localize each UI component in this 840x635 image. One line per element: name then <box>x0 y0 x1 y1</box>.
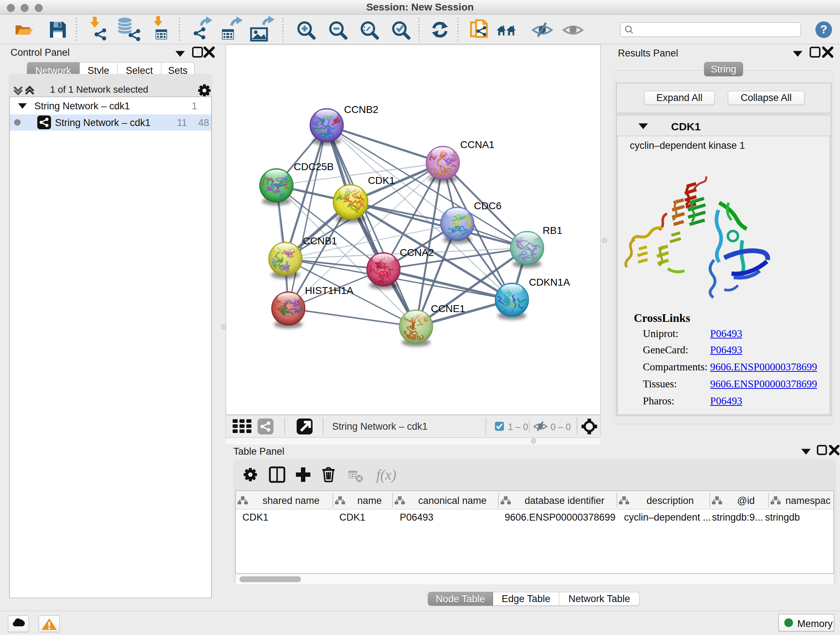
svg-text:?: ? <box>820 23 827 36</box>
svg-text:RB1: RB1 <box>543 225 562 236</box>
svg-text:CDK1: CDK1 <box>368 175 395 186</box>
svg-text:CCNE1: CCNE1 <box>431 303 465 314</box>
svg-text:CCNB1: CCNB1 <box>303 235 337 247</box>
svg-text:CDC6: CDC6 <box>474 200 501 211</box>
svg-text:HIST1H1A: HIST1H1A <box>305 285 354 296</box>
svg-text:CDKN1A: CDKN1A <box>529 277 570 288</box>
svg-text:CCNA2: CCNA2 <box>400 247 434 258</box>
svg-text:CCNB2: CCNB2 <box>344 104 378 115</box>
svg-text:CCNA1: CCNA1 <box>460 139 494 150</box>
svg-text:f(x): f(x) <box>376 467 396 483</box>
svg-text:CDC25B: CDC25B <box>294 161 333 172</box>
